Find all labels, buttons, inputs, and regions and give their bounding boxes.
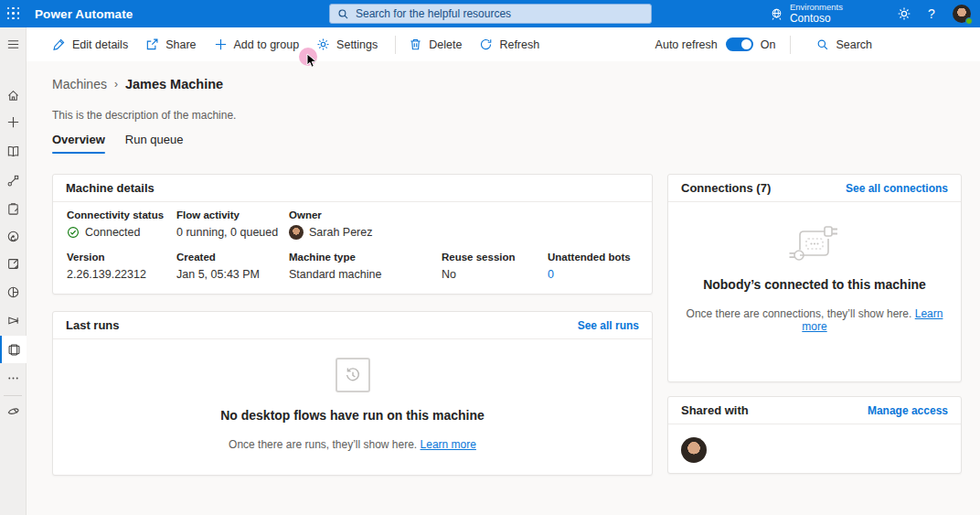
top-app-bar: Power Automate Search for the helpful re… xyxy=(0,0,980,27)
unattended-bots-field: Unattended bots 0 xyxy=(548,252,631,282)
auto-refresh-toggle[interactable] xyxy=(726,38,753,51)
app-title: Power Automate xyxy=(35,7,133,21)
account-avatar[interactable] xyxy=(953,5,971,23)
help-icon[interactable]: ? xyxy=(918,0,945,27)
empty-state-text: Once there are runs, they’ll show here. … xyxy=(53,438,652,451)
settings-gear-icon[interactable] xyxy=(890,0,918,27)
mouse-cursor xyxy=(306,53,317,69)
plus-icon xyxy=(214,38,228,51)
hamburger-menu-icon[interactable] xyxy=(0,30,27,58)
empty-state-text: Once there are connections, they’ll show… xyxy=(668,307,961,333)
connected-check-icon xyxy=(67,226,80,239)
card-title: Machine details xyxy=(66,181,154,195)
presence-indicator xyxy=(965,17,973,25)
card-title: Connections (7) xyxy=(681,181,771,195)
version-field: Version 2.26.139.22312 xyxy=(67,252,146,282)
command-bar: Edit details Share Add to group Settings… xyxy=(27,27,980,61)
left-navigation-rail xyxy=(0,27,27,515)
auto-refresh-state: On xyxy=(761,38,776,51)
chevron-right-icon: › xyxy=(114,78,118,91)
templates-icon[interactable] xyxy=(0,195,27,222)
delete-button[interactable]: Delete xyxy=(409,38,462,51)
connectivity-status-field: Connectivity status Connected xyxy=(67,209,164,240)
power-platform-icon[interactable] xyxy=(0,397,27,424)
machine-description: This is the description of the machine. xyxy=(52,109,236,122)
manage-access-link[interactable]: Manage access xyxy=(868,404,948,417)
learn-icon[interactable] xyxy=(0,137,27,165)
page-title: James Machine xyxy=(125,77,223,91)
refresh-button[interactable]: Refresh xyxy=(479,38,539,51)
search-icon xyxy=(816,38,829,51)
toolbar-divider xyxy=(395,36,396,54)
breadcrumb-machines-link[interactable]: Machines xyxy=(52,77,107,91)
home-icon[interactable] xyxy=(0,81,27,109)
card-title: Last runs xyxy=(66,318,120,332)
edit-details-button[interactable]: Edit details xyxy=(52,38,128,51)
plug-connection-icon xyxy=(786,222,843,266)
machines-icon[interactable] xyxy=(0,336,27,363)
environment-name: Contoso xyxy=(790,13,843,26)
reuse-session-field: Reuse session No xyxy=(442,252,516,282)
card-title: Shared with xyxy=(681,403,749,417)
solutions-icon[interactable] xyxy=(0,306,27,334)
flows-icon[interactable] xyxy=(0,166,27,194)
app-launcher-waffle-icon[interactable] xyxy=(0,0,27,27)
shared-user-avatar[interactable] xyxy=(681,437,707,463)
pencil-icon xyxy=(52,38,66,51)
see-all-connections-link[interactable]: See all connections xyxy=(846,182,948,195)
unattended-bots-link[interactable]: 0 xyxy=(548,267,631,282)
sidebar-divider xyxy=(4,395,22,396)
activity-icon[interactable] xyxy=(0,250,27,277)
power-automate-app: Power Automate Search for the helpful re… xyxy=(0,0,980,515)
add-to-group-button[interactable]: Add to group xyxy=(214,38,300,51)
gear-icon xyxy=(316,38,330,51)
environment-picker[interactable]: Environments Contoso xyxy=(770,3,843,26)
global-search-input[interactable]: Search for the helpful resources xyxy=(329,4,652,24)
toolbar-divider xyxy=(790,36,791,54)
tab-run-queue[interactable]: Run queue xyxy=(125,133,184,154)
machine-type-field: Machine type Standard machine xyxy=(289,252,381,282)
share-button[interactable]: Share xyxy=(145,38,196,51)
flow-activity-field: Flow activity 0 running, 0 queued xyxy=(176,209,278,240)
empty-state-title: No desktop flows have run on this machin… xyxy=(53,408,652,423)
tab-bar: Overview Run queue xyxy=(52,133,183,154)
process-mining-icon[interactable] xyxy=(0,222,27,250)
history-icon xyxy=(336,358,370,392)
owner-avatar xyxy=(289,225,304,240)
last-runs-card: Last runs See all runs No desktop flows … xyxy=(52,311,653,476)
empty-state-title: Nobody’s connected to this machine xyxy=(668,277,961,292)
auto-refresh-label: Auto refresh xyxy=(655,38,718,51)
learn-more-link[interactable]: Learn more xyxy=(421,438,476,451)
connections-card: Connections (7) See all connections Nobo… xyxy=(667,174,962,382)
share-icon xyxy=(145,38,159,51)
shared-with-card: Shared with Manage access xyxy=(667,396,962,474)
created-field: Created Jan 5, 05:43 PM xyxy=(176,252,260,282)
breadcrumb: Machines › James Machine xyxy=(52,77,223,91)
create-icon[interactable] xyxy=(0,108,27,135)
settings-button[interactable]: Settings xyxy=(316,38,378,51)
see-all-runs-link[interactable]: See all runs xyxy=(578,319,639,332)
refresh-icon xyxy=(479,38,493,51)
owner-field: Owner Sarah Perez xyxy=(289,209,372,240)
list-search-button[interactable]: Search xyxy=(816,38,872,51)
more-icon[interactable] xyxy=(0,364,27,392)
ai-builder-icon[interactable] xyxy=(0,278,27,306)
tab-overview[interactable]: Overview xyxy=(52,133,105,154)
environments-icon xyxy=(770,7,783,21)
machine-details-card: Machine details Connectivity status Conn… xyxy=(52,174,653,295)
search-icon xyxy=(337,8,349,20)
trash-icon xyxy=(409,38,422,51)
environments-label: Environments xyxy=(790,3,843,13)
global-search-placeholder: Search for the helpful resources xyxy=(356,7,511,20)
